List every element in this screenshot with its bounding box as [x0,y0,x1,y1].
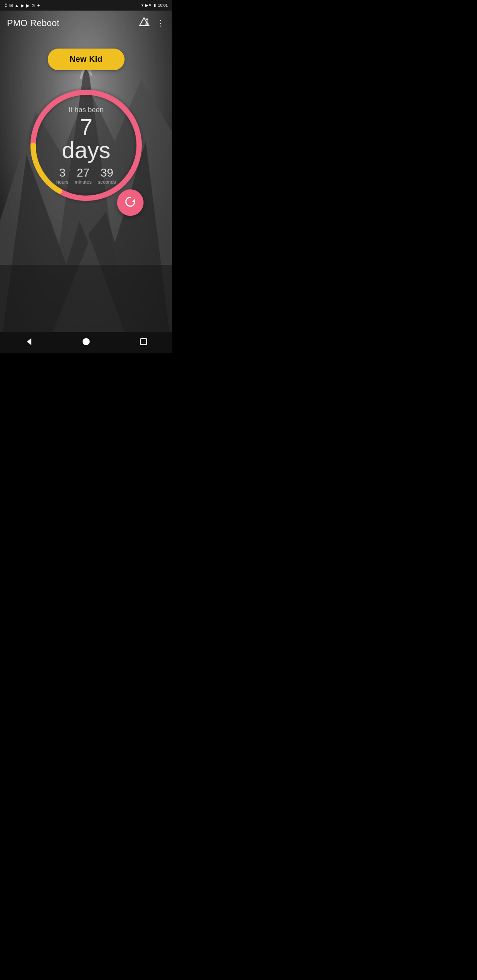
time-display: 10:01 [158,3,168,8]
more-options-icon[interactable]: ⋮ [157,18,165,28]
mountain-icon[interactable] [138,17,150,29]
home-button[interactable] [73,334,99,352]
svg-marker-11 [144,20,150,26]
timer-subtitle: It has been [55,106,117,114]
top-app-bar: PMO Reboot ⋮ [0,11,172,35]
new-kid-button[interactable]: New Kid [48,49,125,70]
hours-number: 3 [59,167,65,178]
svg-rect-17 [140,339,147,345]
svg-point-16 [83,338,90,345]
minutes-label: minutes [75,179,92,185]
svg-marker-15 [27,338,31,345]
hours-unit: 3 hours [56,167,68,185]
status-bar-right: ▾ ▶✕ ▮ 10:01 [141,3,168,8]
days-unit: days [62,137,110,163]
battery-icon: ▮ [154,3,156,8]
reset-button[interactable] [117,189,144,216]
days-number: 7 [80,114,93,140]
main-content: New Kid [0,35,172,207]
reset-icon [124,195,137,210]
days-display: 7 days [55,116,117,162]
timer-display: It has been 7 days 3 hours 27 minutes 39… [55,106,117,185]
signal-icon: ▶✕ [145,3,152,8]
app-title: PMO Reboot [7,18,60,28]
seconds-unit: 39 seconds [98,167,116,185]
status-bar: ⠿ ✉ ▲ ▶ ▶ ⊙ ✦ ▾ ▶✕ ▮ 10:01 [0,0,172,11]
time-breakdown: 3 hours 27 minutes 39 seconds [55,167,117,185]
minutes-unit: 27 minutes [75,167,92,185]
minutes-number: 27 [77,167,90,178]
top-bar-actions: ⋮ [138,17,165,29]
svg-marker-14 [132,199,135,202]
recents-button[interactable] [130,334,157,352]
seconds-label: seconds [98,179,116,185]
wifi-icon: ▾ [141,3,144,8]
bottom-nav [0,332,172,353]
circle-timer: It has been 7 days 3 hours 27 minutes 39… [24,83,148,207]
hours-label: hours [56,179,68,185]
status-bar-left: ⠿ ✉ ▲ ▶ ▶ ⊙ ✦ [4,3,40,8]
seconds-number: 39 [101,167,114,178]
svg-point-12 [146,19,148,21]
back-button[interactable] [15,334,42,352]
